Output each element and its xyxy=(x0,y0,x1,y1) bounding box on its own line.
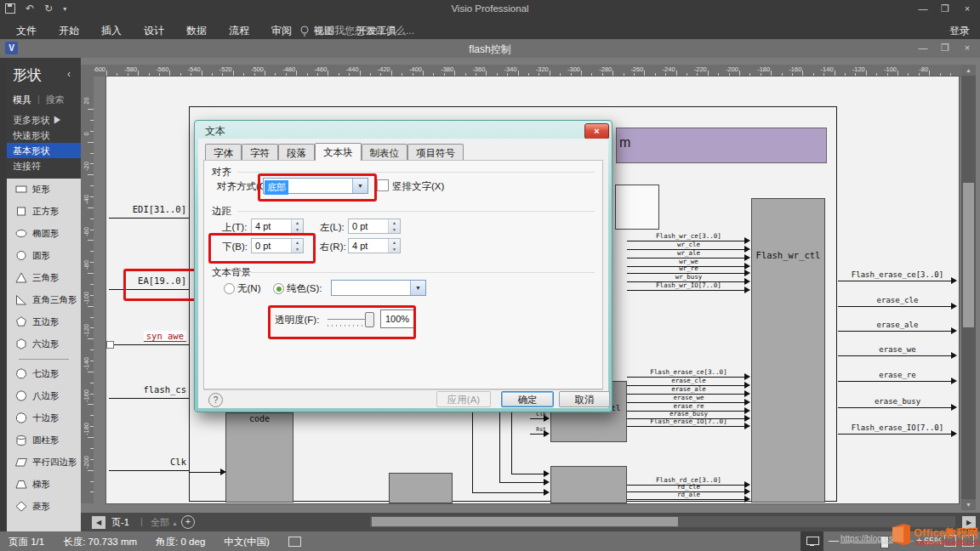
background-none-radio[interactable] xyxy=(224,283,235,294)
presentation-mode-button[interactable] xyxy=(801,531,823,551)
page-tab-all[interactable]: 全部 ▲ xyxy=(151,516,178,529)
sign-in-button[interactable]: 登录 xyxy=(949,24,970,38)
shape-item-梯形[interactable]: 梯形 xyxy=(7,474,81,496)
spinner-arrows-icon[interactable]: ▲▼ xyxy=(291,219,303,233)
vertical-scrollbar[interactable]: ▲ ▼ xyxy=(961,65,976,510)
panel-tab-搜索[interactable]: 搜索 xyxy=(46,94,65,106)
page-tab-page1[interactable]: 页-1 xyxy=(111,516,129,529)
ruler-tick xyxy=(486,71,487,77)
dialog-tab-项目符号[interactable]: 项目符号 xyxy=(407,144,464,160)
ribbon-tab-插入[interactable]: 插入 xyxy=(90,20,133,39)
spinner-arrows-icon[interactable]: ▲▼ xyxy=(388,219,400,233)
solid-color-combobox[interactable]: ▼ xyxy=(331,280,426,296)
vertical-scrollbar-thumb[interactable] xyxy=(963,183,974,327)
signal-line xyxy=(530,434,544,435)
selection-handle[interactable] xyxy=(106,341,114,349)
collapse-panel-icon[interactable]: ‹ xyxy=(67,68,71,80)
dialog-close-icon[interactable]: × xyxy=(584,123,609,139)
add-page-icon[interactable]: + xyxy=(181,515,195,529)
block-bottom[interactable] xyxy=(389,473,453,503)
dialog-tab-制表位[interactable]: 制表位 xyxy=(362,144,408,160)
page-prev-icon[interactable]: ◀ xyxy=(92,516,105,529)
ruler-corner xyxy=(81,65,94,77)
dialog-tab-文本块[interactable]: 文本块 xyxy=(315,143,362,161)
horizontal-scrollbar-thumb[interactable] xyxy=(372,517,678,526)
shape-item-六边形[interactable]: 六边形 xyxy=(7,333,81,355)
shapes-link-连接符[interactable]: 连接符 xyxy=(7,158,81,173)
status-page-count[interactable]: 页面 1/1 xyxy=(9,536,44,548)
apply-button[interactable]: 应用(A) xyxy=(436,391,491,407)
ruler-label: -40 xyxy=(83,189,90,209)
monitor-stand xyxy=(810,545,814,546)
ribbon-tab-审阅[interactable]: 审阅 xyxy=(260,20,303,39)
shape-item-正方形[interactable]: 正方形 xyxy=(7,201,81,223)
shape-item-十边形[interactable]: 十边形 xyxy=(7,407,81,429)
signal-line xyxy=(627,499,745,500)
shape-label: 八边形 xyxy=(32,390,60,402)
shape-item-八边形[interactable]: 八边形 xyxy=(7,385,81,407)
block-flash-wr-ctl[interactable] xyxy=(751,198,825,503)
panel-tab-模具[interactable]: 模具 xyxy=(13,94,31,106)
block-read-ctl[interactable] xyxy=(550,466,627,503)
signal-label-erase_cle: erase_cle xyxy=(838,296,957,304)
close-icon[interactable]: × xyxy=(958,3,977,14)
ribbon-tab-开始[interactable]: 开始 xyxy=(48,20,90,39)
ribbon-tab-流程[interactable]: 流程 xyxy=(218,20,260,39)
ruler-label: -440 xyxy=(340,65,359,73)
ruler-label: -220 xyxy=(688,65,707,73)
shape-item-圆柱形[interactable]: 圆柱形 xyxy=(7,429,81,452)
doc-maximize-icon[interactable]: ❒ xyxy=(936,43,954,54)
triangle-icon xyxy=(14,271,28,286)
document-title-bar: V flash控制 — ❒ × xyxy=(0,39,980,58)
connector-line xyxy=(511,411,512,474)
dialog-tab-字符[interactable]: 字符 xyxy=(242,144,278,160)
dialog-tab-段落[interactable]: 段落 xyxy=(278,144,315,160)
margin-right-spinner[interactable]: 4 pt ▲▼ xyxy=(348,238,401,253)
dialog-tab-字体[interactable]: 字体 xyxy=(205,144,242,160)
arrowhead-icon xyxy=(544,430,550,437)
ribbon-tab-数据[interactable]: 数据 xyxy=(175,20,218,39)
shape-item-三角形[interactable]: 三角形 xyxy=(7,267,81,289)
shapes-link-更多形状[interactable]: 更多形状 ▶ xyxy=(7,112,81,128)
shapes-link-快速形状[interactable]: 快速形状 xyxy=(7,128,81,143)
cancel-button[interactable]: 取消 xyxy=(559,391,610,407)
shape-item-菱形[interactable]: 菱形 xyxy=(7,496,81,518)
ribbon-tab-文件[interactable]: 文件 xyxy=(5,20,48,39)
block-code[interactable] xyxy=(225,412,293,503)
ruler-tick-minor xyxy=(90,317,94,318)
ruler-label: -560 xyxy=(150,65,168,73)
annotation-margin-bottom xyxy=(208,233,316,264)
shape-item-七边形[interactable]: 七边形 xyxy=(7,363,81,385)
ok-button[interactable]: 确定 xyxy=(501,391,554,407)
minimize-icon[interactable]: — xyxy=(914,3,932,14)
shape-item-椭圆形[interactable]: 椭圆形 xyxy=(7,223,81,245)
restore-icon[interactable]: ❒ xyxy=(936,3,954,14)
vertical-text-checkbox[interactable] xyxy=(377,179,389,191)
scroll-down-icon[interactable]: ▼ xyxy=(961,499,976,510)
chevron-down-icon[interactable]: ▼ xyxy=(410,281,425,295)
signal-line xyxy=(838,381,952,382)
tell-me-box[interactable]: 告诉我您想要做什么... xyxy=(299,24,414,38)
horizontal-scrollbar[interactable] xyxy=(370,516,955,527)
ruler-tick-minor xyxy=(90,120,94,121)
shapes-link-基本形状[interactable]: 基本形状 xyxy=(7,143,81,158)
scroll-up-icon[interactable]: ▲ xyxy=(961,65,976,76)
doc-minimize-icon[interactable]: — xyxy=(914,43,932,54)
text-background-group-title: 文本背景 xyxy=(212,266,251,279)
margin-top-spinner[interactable]: 4 pt ▲▼ xyxy=(251,219,304,234)
shape-item-直角三角形[interactable]: 直角三角形 xyxy=(7,289,81,311)
zoom-out-icon[interactable]: — xyxy=(829,535,839,547)
shape-label: 梯形 xyxy=(32,479,50,491)
ribbon-tab-设计[interactable]: 设计 xyxy=(133,20,175,39)
doc-close-icon[interactable]: × xyxy=(958,43,977,54)
shape-item-矩形[interactable]: 矩形 xyxy=(7,179,81,201)
shape-item-平行四边形[interactable]: 平行四边形 xyxy=(7,452,81,474)
margin-left-spinner[interactable]: 0 pt ▲▼ xyxy=(348,219,401,234)
status-language[interactable]: 中文(中国) xyxy=(224,536,270,548)
help-icon[interactable]: ? xyxy=(208,393,223,407)
shape-item-五边形[interactable]: 五边形 xyxy=(7,311,81,333)
shape-item-圆形[interactable]: 圆形 xyxy=(7,245,81,267)
background-solid-radio[interactable] xyxy=(273,283,284,294)
signal-label-syn_awe[interactable]: syn_awe xyxy=(127,331,186,341)
spinner-arrows-icon[interactable]: ▲▼ xyxy=(388,239,400,253)
